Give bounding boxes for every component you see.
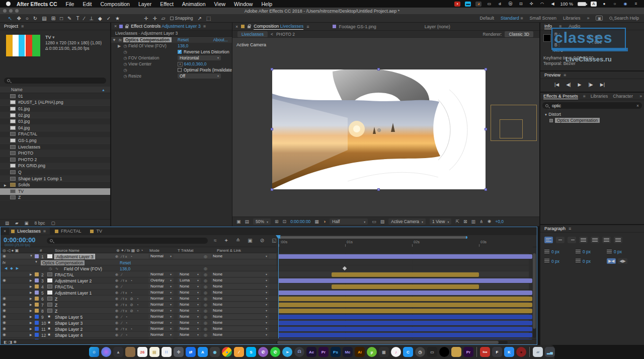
pixel-aspect-icon[interactable]: ⇱	[455, 219, 459, 224]
dock-icon-cleanmymac[interactable]: ∕	[234, 347, 244, 357]
align-button-right[interactable]	[568, 237, 576, 243]
fx-badge-icon[interactable]: fx	[3, 260, 6, 265]
trkmat-dropdown[interactable]: None▾	[178, 314, 201, 319]
param-row-optimal[interactable]: ◷ Optimal Pixels (Invalidate	[111, 67, 232, 73]
close-panel-icon[interactable]: ×	[4, 229, 6, 234]
layer-label-chip[interactable]	[35, 254, 39, 258]
effect-name[interactable]: Optics Compensation	[123, 37, 172, 42]
param-row-reverse[interactable]: ◷ Reverse Lens Distortion	[111, 49, 232, 55]
draft-3d-icon[interactable]: ✦	[224, 238, 228, 243]
panel-menu-icon[interactable]: ≡	[583, 94, 586, 99]
snapping-toggle[interactable]: Snapping	[170, 16, 193, 21]
parent-pickwhip-icon[interactable]: ◎	[204, 303, 207, 307]
reset-exposure-icon[interactable]: ✺	[488, 219, 492, 224]
blend-mode-dropdown[interactable]: Overlay▾	[148, 278, 174, 283]
layer-name[interactable]: Shape Layer 5	[55, 315, 83, 320]
dock-icon-illustrator[interactable]: Ai	[355, 347, 365, 357]
workspace-overflow-chevrons[interactable]: »	[587, 16, 589, 21]
project-columns-header[interactable]: Name▲	[0, 87, 110, 93]
layer-name[interactable]: Adjustment Layer 2	[55, 278, 92, 283]
project-search-input[interactable]	[4, 78, 106, 84]
align-button-jr[interactable]	[602, 237, 611, 243]
selection-handle[interactable]	[271, 68, 273, 70]
effect-reset-link[interactable]: Reset	[120, 260, 131, 265]
selection-handle[interactable]	[271, 128, 273, 130]
dock-icon-terminal-irc[interactable]: ▭	[427, 347, 437, 357]
type-tool[interactable]: T	[76, 16, 79, 21]
selection-handle[interactable]	[377, 188, 380, 191]
dock-icon-keynote[interactable]: K	[504, 347, 514, 357]
composition-viewport[interactable]: Active Camera	[232, 38, 539, 217]
close-panel-icon[interactable]: ×	[235, 24, 238, 29]
layer-duration-bar[interactable]	[278, 315, 532, 319]
vertical-scrollbar[interactable]	[533, 253, 536, 338]
parent-pickwhip-icon[interactable]: ◎	[204, 321, 207, 325]
dock-icon-gold-app[interactable]	[451, 347, 461, 357]
trkmat-dropdown[interactable]: Luma▾	[178, 278, 201, 283]
reverse-lens-checkbox[interactable]	[178, 50, 182, 54]
expand-arrow-icon[interactable]: ▶	[30, 321, 32, 324]
layer-label-chip[interactable]	[35, 333, 39, 337]
lock-icon[interactable]	[248, 26, 251, 28]
apple-menu-icon[interactable]	[6, 2, 11, 6]
tab-effects-presets[interactable]: Effects & Presets	[543, 94, 578, 99]
stopwatch-icon[interactable]: ◷	[122, 50, 128, 54]
layer-label-chip[interactable]	[35, 272, 39, 276]
effect-item-optics-compensation[interactable]: Optics Compensation	[549, 118, 600, 123]
menu-composition[interactable]: Composition	[101, 1, 130, 7]
dock-icon-siri[interactable]	[101, 347, 111, 357]
menu-window[interactable]: Window	[234, 1, 253, 7]
parent-link-dropdown[interactable]: None▾	[211, 326, 269, 331]
layer-label-chip[interactable]	[35, 309, 39, 313]
magnification-dropdown[interactable]: 50%▾	[253, 219, 271, 225]
visibility-eye-icon[interactable]: ◉	[3, 326, 6, 331]
layer-label-chip[interactable]	[35, 284, 39, 289]
breadcrumb-parent[interactable]: PHOTO 2	[276, 32, 295, 37]
pan-behind-tool[interactable]: ⊞	[51, 16, 55, 21]
expander-icon[interactable]: ▶	[4, 183, 8, 187]
parent-pickwhip-icon[interactable]: ◎	[204, 309, 207, 313]
layer-name[interactable]: Z	[55, 303, 57, 308]
project-item--dust-1-alpha-png[interactable]: #DUST_1 (ALPHA).png	[0, 100, 110, 106]
notification-center-icon[interactable]: ≡	[633, 2, 639, 7]
browser-icon[interactable]: ◕	[475, 2, 481, 7]
airplay-icon[interactable]: ⊡	[518, 2, 524, 7]
align-button-jc[interactable]	[591, 237, 599, 243]
playhead[interactable]	[278, 235, 279, 338]
layer-row-adjustment-layer-2[interactable]: ◉▶3Adjustment Layer 2⊕ ∕fx ◔Overlay▾Luma…	[1, 277, 538, 283]
menu-after-effects-cc[interactable]: After Effects CC	[17, 1, 57, 7]
layer-duration-bar[interactable]	[278, 254, 532, 259]
param-row-view-center[interactable]: ◷ View Center + 640,0,360,0	[111, 61, 232, 67]
layer-name[interactable]: Z	[55, 297, 57, 302]
expand-arrow-icon[interactable]: ▶	[30, 315, 32, 318]
parent-pickwhip-icon[interactable]: ◎	[204, 333, 207, 337]
frame-blending-icon[interactable]: ≙	[236, 238, 240, 243]
comp-mini-flowchart-icon[interactable]: ≈	[214, 238, 217, 243]
layer-anchor-point-icon[interactable]: ⊕	[377, 127, 381, 133]
dock-icon-after-effects[interactable]: Ae	[306, 347, 316, 357]
layer-row-z[interactable]: ◉▶8Z⊕ ∕fx ⊘ ◔Normal▾None▾◎None▾	[1, 308, 538, 314]
horizontal-scrollbar[interactable]	[276, 341, 508, 344]
dock-icon-kodi[interactable]: ◉	[210, 347, 220, 357]
layer-row-z[interactable]: ◉▶6Z⊕ ∕fx ⊘ ◔Normal▾None▾◎None▾	[1, 296, 538, 302]
expand-arrow-icon[interactable]: ▶	[30, 297, 32, 300]
tab-project[interactable]: Project	[4, 24, 18, 29]
tab-overflow-chevrons[interactable]: »	[639, 94, 642, 99]
parent-link-dropdown[interactable]: None▾	[211, 254, 269, 259]
layer-duration-bar[interactable]	[332, 272, 479, 277]
layer-label-chip[interactable]	[35, 315, 39, 319]
panel-menu-icon[interactable]: ≡	[21, 24, 24, 29]
selection-handle[interactable]	[485, 128, 487, 130]
dock-icon-vmware[interactable]: ▦	[379, 347, 389, 357]
effect-header-row[interactable]: ▼ fx Optics Compensation Reset About...	[111, 37, 232, 43]
dock-icon-reminders[interactable]: ∷	[162, 347, 172, 357]
layer-label-chip[interactable]	[35, 327, 39, 331]
timeline-search-input[interactable]	[47, 238, 208, 244]
siri-icon[interactable]: ◉	[622, 2, 628, 7]
rotate-tool[interactable]: ↻	[33, 16, 37, 21]
delete-item-icon[interactable]: ▢	[51, 221, 55, 226]
exposure-value[interactable]: +0,0	[495, 219, 504, 224]
indent-right-field[interactable]: 0 px	[576, 249, 607, 254]
dock-icon-telegram[interactable]: ➢	[282, 347, 292, 357]
last-frame-button[interactable]: ▶|	[600, 82, 605, 87]
